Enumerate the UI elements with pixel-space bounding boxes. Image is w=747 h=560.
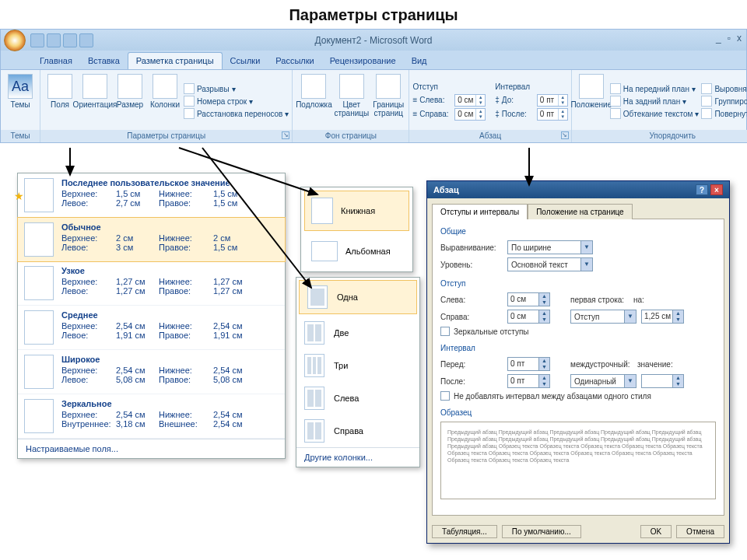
- spacing-before-spin[interactable]: 0 пт▲▼: [537, 94, 568, 107]
- margins-option-3[interactable]: Среднее Верхнее:2,54 смНижнее:2,54 см Ле…: [18, 306, 285, 350]
- dialog-titlebar[interactable]: Абзац ? ×: [427, 181, 729, 198]
- page-borders-button[interactable]: Границы страниц: [371, 72, 405, 130]
- portrait-icon: [311, 198, 333, 224]
- margins-icon: [47, 74, 72, 99]
- align-icon: [701, 83, 712, 94]
- group-button[interactable]: Группировать ▾: [701, 96, 747, 107]
- page-setup-launcher[interactable]: ↘: [282, 131, 289, 139]
- indent-header: Отступ: [412, 82, 486, 91]
- space-after-input[interactable]: 0 пт▲▼: [507, 374, 550, 388]
- indent-right-input[interactable]: 0 см▲▼: [507, 310, 550, 324]
- indent-left-row: ≡Слева: 0 см▲▼: [412, 94, 486, 107]
- group-label-arrange: Упорядочить: [572, 130, 747, 142]
- hyphenation-button[interactable]: Расстановка переносов ▾: [184, 108, 289, 119]
- columns-option-4[interactable]: Справа: [296, 415, 419, 447]
- rotate-icon: [701, 108, 712, 119]
- page-color-button[interactable]: Цвет страницы: [334, 72, 369, 130]
- columns-dropdown: ОднаДвеТриСлеваСправаДругие колонки...: [296, 277, 420, 467]
- size-icon: [117, 74, 142, 99]
- ok-button[interactable]: OK: [640, 525, 672, 538]
- dialog-close-button[interactable]: ×: [710, 184, 723, 195]
- columns-option-3[interactable]: Слева: [296, 382, 419, 415]
- margins-button[interactable]: Поля: [44, 72, 76, 130]
- ribbon: Aa Темы Темы Поля Ориентация Размер Коло…: [0, 69, 747, 143]
- dialog-tab-indents[interactable]: Отступы и интервалы: [432, 204, 528, 219]
- titlebar: Документ2 - Microsoft Word _ ▫ x: [0, 29, 747, 51]
- text-wrap-icon: [610, 108, 621, 119]
- orientation-landscape[interactable]: Альбомная: [304, 234, 409, 268]
- spacing-before-icon: ‡: [495, 96, 500, 104]
- margins-option-4[interactable]: Широкое Верхнее:2,54 смНижнее:2,54 см Ле…: [18, 350, 285, 394]
- columns-option-2[interactable]: Три: [296, 349, 419, 382]
- cancel-button[interactable]: Отмена: [676, 525, 724, 538]
- mirror-indents-checkbox[interactable]: Зеркальные отступы: [440, 327, 716, 336]
- tabs-button[interactable]: Табуляция...: [432, 525, 497, 538]
- minimize-button[interactable]: _: [716, 33, 721, 44]
- line-spacing-combo[interactable]: Одинарный▼: [570, 374, 637, 388]
- position-button[interactable]: Положение: [575, 72, 608, 130]
- send-back-button[interactable]: На задний план ▾: [610, 96, 700, 107]
- watermark-button[interactable]: Подложка: [296, 72, 331, 130]
- dialog-help-button[interactable]: ?: [696, 184, 708, 195]
- tab-mailings[interactable]: Рассылки: [268, 53, 321, 69]
- margins-option-0[interactable]: ★ Последнее пользовательское значение Ве…: [18, 173, 285, 218]
- tab-references[interactable]: Ссылки: [223, 53, 268, 69]
- indent-left-icon: ≡: [412, 96, 417, 104]
- bring-front-icon: [610, 83, 621, 94]
- landscape-icon: [311, 241, 338, 261]
- group-label-page-bg: Фон страницы: [293, 130, 409, 142]
- tab-page-layout[interactable]: Разметка страницы: [128, 52, 223, 69]
- window-title: Документ2 - Microsoft Word: [1, 35, 746, 46]
- align-button[interactable]: Выровнять ▾: [701, 83, 747, 94]
- paragraph-dialog: Абзац ? × Отступы и интервалы Положение …: [426, 180, 730, 544]
- tab-view[interactable]: Вид: [404, 53, 435, 69]
- spacing-after-spin[interactable]: 0 пт▲▼: [537, 108, 568, 121]
- paragraph-launcher[interactable]: ↘: [561, 131, 569, 139]
- line-numbers-button[interactable]: Номера строк ▾: [184, 96, 289, 107]
- spacing-after-icon: ‡: [495, 110, 500, 118]
- orientation-button[interactable]: Ориентация: [79, 72, 111, 130]
- line-spacing-at-input[interactable]: ▲▼: [641, 374, 684, 388]
- margins-option-5[interactable]: Зеркальное Верхнее:2,54 смНижнее:2,54 см…: [18, 394, 285, 439]
- tab-insert[interactable]: Вставка: [80, 53, 128, 69]
- themes-icon: Aa: [8, 74, 33, 99]
- indent-right-spin[interactable]: 0 см▲▼: [454, 108, 486, 121]
- close-button[interactable]: x: [737, 33, 742, 44]
- section-general: Общие: [440, 227, 716, 236]
- margins-option-2[interactable]: Узкое Верхнее:1,27 смНижнее:1,27 см Лево…: [18, 261, 285, 306]
- alignment-combo[interactable]: По ширине▼: [507, 240, 593, 254]
- size-button[interactable]: Размер: [114, 72, 146, 130]
- breaks-button[interactable]: Разрывы ▾: [184, 83, 289, 94]
- indent-right-icon: ≡: [412, 110, 417, 118]
- space-before-input[interactable]: 0 пт▲▼: [507, 357, 550, 371]
- columns-option-1[interactable]: Две: [296, 317, 419, 349]
- firstline-by-input[interactable]: 1,25 см▲▼: [641, 310, 684, 324]
- outline-level-combo[interactable]: Основной текст▼: [507, 257, 593, 271]
- themes-button[interactable]: Aa Темы: [4, 72, 37, 130]
- send-back-icon: [610, 96, 621, 107]
- orientation-portrait[interactable]: Книжная: [304, 191, 409, 231]
- more-columns-link[interactable]: Другие колонки...: [296, 447, 419, 467]
- margins-option-1[interactable]: Обычное Верхнее:2 смНижнее:2 см Левое:3 …: [17, 217, 286, 262]
- tab-review[interactable]: Рецензирование: [322, 53, 404, 69]
- columns-button[interactable]: Колонки: [149, 72, 181, 130]
- page-heading: Параметры страницы: [0, 0, 747, 29]
- text-wrap-button[interactable]: Обтекание текстом ▾: [610, 108, 700, 119]
- bring-front-button[interactable]: На передний план ▾: [610, 83, 700, 94]
- group-label-paragraph: Абзац↘: [409, 130, 570, 142]
- indent-left-spin[interactable]: 0 см▲▼: [454, 94, 486, 107]
- rotate-button[interactable]: Повернуть ▾: [701, 108, 747, 119]
- page-color-icon: [339, 74, 364, 99]
- tab-home[interactable]: Главная: [32, 53, 80, 69]
- custom-margins-link[interactable]: Настраиваемые поля...: [18, 439, 285, 458]
- dialog-tab-position[interactable]: Положение на странице: [528, 204, 632, 219]
- maximize-button[interactable]: ▫: [728, 33, 731, 44]
- no-space-same-style-checkbox[interactable]: Не добавлять интервал между абзацами одн…: [440, 391, 716, 401]
- ribbon-tabs: Главная Вставка Разметка страницы Ссылки…: [0, 51, 747, 69]
- indent-left-input[interactable]: 0 см▲▼: [507, 292, 550, 306]
- default-button[interactable]: По умолчанию...: [502, 525, 581, 538]
- columns-option-0[interactable]: Одна: [299, 280, 417, 314]
- firstline-combo[interactable]: Отступ▼: [570, 310, 637, 324]
- orientation-icon: [82, 74, 107, 99]
- breaks-icon: [184, 83, 195, 94]
